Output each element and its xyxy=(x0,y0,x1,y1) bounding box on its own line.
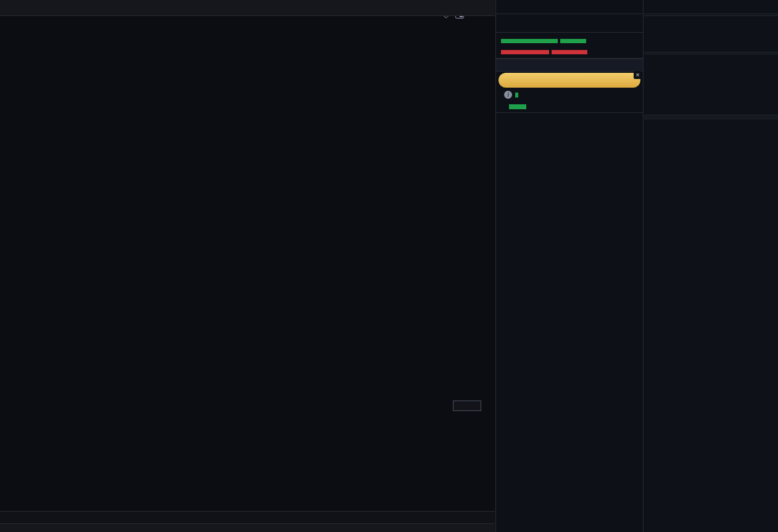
vote-bar xyxy=(650,33,772,38)
net5-row xyxy=(496,101,643,112)
vote-percentages xyxy=(644,41,778,51)
buy-sell-bars xyxy=(496,33,643,59)
sell-bar-2 xyxy=(552,50,587,54)
main-chart-canvas[interactable] xyxy=(0,0,495,532)
main-net-bar xyxy=(515,93,518,98)
level2-banner[interactable]: × xyxy=(499,73,640,88)
trading-app-window: ◇ xyxy=(0,0,778,532)
net5-bar xyxy=(509,104,526,109)
vote-bar-row xyxy=(644,30,778,41)
info-panel xyxy=(644,0,778,532)
time-sales-list xyxy=(496,112,643,113)
sell-bar xyxy=(501,50,549,54)
buy-bar xyxy=(501,39,558,43)
sector-row xyxy=(644,70,778,85)
volume-unit-label xyxy=(453,401,481,411)
main-net-row: i xyxy=(496,89,643,101)
date-axis xyxy=(0,511,495,523)
chart-area: ◇ xyxy=(0,0,495,532)
vote-title xyxy=(644,17,778,30)
info-icon[interactable]: i xyxy=(504,91,512,99)
top-toolbar xyxy=(0,0,495,16)
buy-bar-2 xyxy=(560,39,586,43)
hotspot-row xyxy=(644,85,778,100)
indicator-toolbar xyxy=(0,523,495,532)
advancers-decliners-row xyxy=(496,59,643,72)
quote-panel: × i xyxy=(495,0,644,532)
close-icon[interactable]: × xyxy=(634,71,642,79)
rotation-row xyxy=(644,56,778,70)
